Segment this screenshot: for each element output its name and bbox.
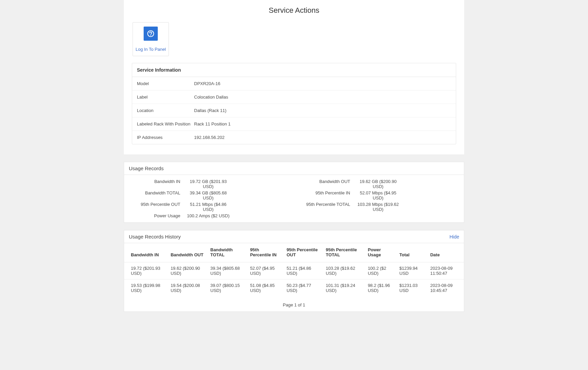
table-header-cell: Total	[396, 243, 427, 262]
usage-value: 52.07 Mbps ($4.95 USD)	[356, 190, 400, 200]
table-cell: 51.08 ($4.85 USD)	[247, 280, 283, 297]
usage-value: 39.34 GB ($805.68 USD)	[186, 190, 230, 200]
usage-label: 95th Percentile TOTAL	[294, 202, 356, 207]
usage-item: Bandwidth OUT19.62 GB ($200.90 USD)	[294, 179, 464, 189]
table-header-cell: Power Usage	[364, 243, 396, 262]
table-cell: 2023-08-09 10:45:47	[427, 280, 464, 297]
table-cell: $1231.03 USD	[396, 280, 427, 297]
table-cell: 103.28 ($19.62 USD)	[323, 262, 365, 280]
login-panel-label: Log In To Panel	[135, 47, 167, 52]
usage-value: 19.62 GB ($200.90 USD)	[356, 179, 400, 189]
info-value: Dallas (Rack 11)	[194, 108, 451, 113]
table-header-cell: Bandwidth OUT	[167, 243, 207, 262]
table-cell: 51.21 ($4.86 USD)	[283, 262, 323, 280]
service-info-row: LocationDallas (Rack 11)	[132, 104, 456, 117]
table-cell: $1239.94 USD	[396, 262, 427, 280]
usage-value: 100.2 Amps ($2 USD)	[186, 213, 230, 218]
pagination: Page 1 of 1	[124, 296, 464, 311]
table-cell: 19.54 ($200.08 USD)	[167, 280, 207, 297]
table-cell: 2023-08-09 11:50:47	[427, 262, 464, 280]
table-row: 19.72 ($201.93 USD)19.62 ($200.90 USD)39…	[124, 262, 464, 280]
usage-records-card: Usage Records Bandwidth IN19.72 GB ($201…	[124, 162, 464, 223]
usage-item: 95th Percentile OUT51.21 Mbps ($4.86 USD…	[124, 202, 294, 212]
table-header-cell: 95th Percentile TOTAL	[323, 243, 365, 262]
info-value: 192.168.56.202	[194, 135, 451, 140]
info-label: Model	[137, 81, 194, 86]
table-cell: 98.2 ($1.96 USD)	[364, 280, 396, 297]
table-cell: 101.31 ($19.24 USD)	[323, 280, 365, 297]
usage-label: 95th Percentile OUT	[124, 202, 186, 207]
usage-item: 95th Percentile IN52.07 Mbps ($4.95 USD)	[294, 190, 464, 200]
usage-left-column: Bandwidth IN19.72 GB ($201.93 USD)Bandwi…	[124, 178, 294, 219]
table-header-cell: Bandwidth IN	[124, 243, 167, 262]
usage-value: 51.21 Mbps ($4.86 USD)	[186, 202, 230, 212]
usage-history-header: Usage Records History	[129, 234, 181, 239]
usage-history-card: Usage Records History Hide Bandwidth INB…	[124, 230, 464, 312]
usage-right-column: Bandwidth OUT19.62 GB ($200.90 USD)95th …	[294, 178, 464, 219]
service-info-card: Service Information ModelDPXR20A-16Label…	[132, 63, 456, 144]
service-info-row: ModelDPXR20A-16	[132, 77, 456, 90]
history-table: Bandwidth INBandwidth OUTBandwidth TOTAL…	[124, 243, 464, 296]
table-header-cell: 95th Percentile IN	[247, 243, 283, 262]
info-label: Labeled Rack With Position	[137, 121, 194, 126]
usage-value: 19.72 GB ($201.93 USD)	[186, 179, 230, 189]
usage-item: 95th Percentile TOTAL103.28 Mbps ($19.62…	[294, 202, 464, 212]
horizontal-scrollbar[interactable]	[124, 319, 464, 323]
page-title: Service Actions	[131, 6, 457, 15]
usage-item: Bandwidth TOTAL39.34 GB ($805.68 USD)	[124, 190, 294, 200]
login-panel-tile[interactable]: Log In To Panel	[133, 22, 169, 56]
table-cell: 39.34 ($805.68 USD)	[207, 262, 247, 280]
info-label: Location	[137, 108, 194, 113]
service-info-header: Service Information	[132, 63, 456, 77]
table-row: 19.53 ($199.98 USD)19.54 ($200.08 USD)39…	[124, 280, 464, 297]
service-info-row: LabelColocation Dallas	[132, 90, 456, 104]
info-label: Label	[137, 95, 194, 100]
service-actions-card: Service Actions Log In To Panel Service …	[124, 0, 464, 154]
info-value: Rack 11 Position 1	[194, 121, 451, 126]
usage-item: Power Usage100.2 Amps ($2 USD)	[124, 213, 294, 218]
table-cell: 50.23 ($4.77 USD)	[283, 280, 323, 297]
table-header-cell: Bandwidth TOTAL	[207, 243, 247, 262]
table-cell: 19.62 ($200.90 USD)	[167, 262, 207, 280]
usage-item: Bandwidth IN19.72 GB ($201.93 USD)	[124, 179, 294, 189]
info-value: Colocation Dallas	[194, 95, 451, 100]
panel-icon	[144, 27, 158, 41]
service-info-row: IP Addresses192.168.56.202	[132, 131, 456, 144]
table-header-cell: Date	[427, 243, 464, 262]
table-header-cell: 95th Percentile OUT	[283, 243, 323, 262]
usage-label: 95th Percentile IN	[294, 190, 356, 195]
usage-label: Bandwidth IN	[124, 179, 186, 184]
service-info-row: Labeled Rack With PositionRack 11 Positi…	[132, 117, 456, 131]
table-cell: 100.2 ($2 USD)	[364, 262, 396, 280]
usage-records-header: Usage Records	[129, 165, 163, 171]
usage-value: 103.28 Mbps ($19.62 USD)	[356, 202, 400, 212]
usage-label: Bandwidth OUT	[294, 179, 356, 184]
usage-label: Bandwidth TOTAL	[124, 190, 186, 195]
table-cell: 19.72 ($201.93 USD)	[124, 262, 167, 280]
table-cell: 52.07 ($4.95 USD)	[247, 262, 283, 280]
hide-link[interactable]: Hide	[449, 234, 459, 239]
table-cell: 19.53 ($199.98 USD)	[124, 280, 167, 297]
usage-label: Power Usage	[124, 213, 186, 218]
info-label: IP Addresses	[137, 135, 194, 140]
svg-point-0	[148, 31, 154, 37]
table-cell: 39.07 ($800.15 USD)	[207, 280, 247, 297]
info-value: DPXR20A-16	[194, 81, 451, 86]
svg-point-1	[150, 35, 151, 36]
